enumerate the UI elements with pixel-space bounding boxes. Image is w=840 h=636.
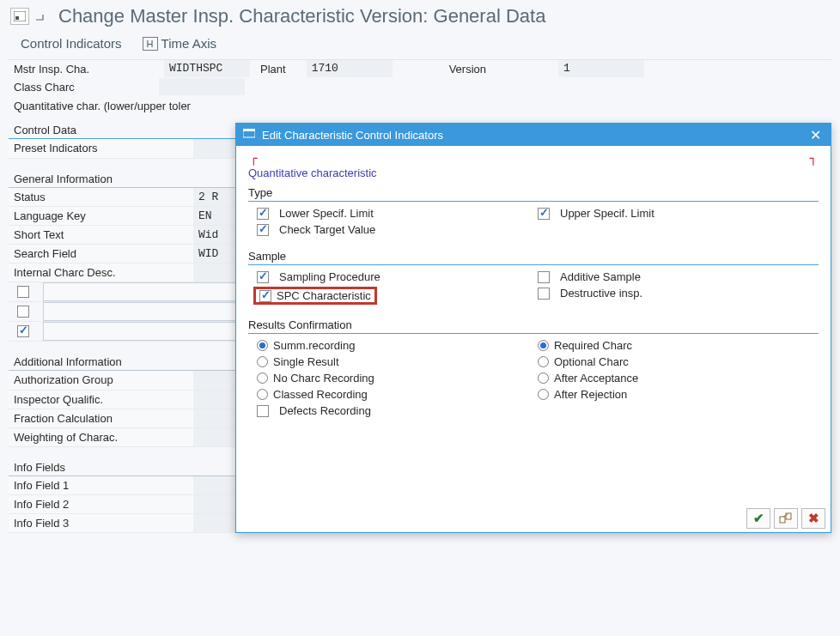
app-icon[interactable] bbox=[10, 8, 29, 25]
plant-label: Plant bbox=[255, 63, 301, 76]
corner-marker-tl: ┌ bbox=[250, 151, 257, 165]
upper-spec-limit-check[interactable] bbox=[538, 208, 550, 220]
dialog-body: ┌ ┐ Quantitative characteristic Type Low… bbox=[236, 146, 831, 505]
info-field-2-label: Info Field 2 bbox=[9, 495, 193, 514]
classed-recording-radio[interactable] bbox=[257, 389, 268, 400]
spc-characteristic-label: SPC Characteristic bbox=[277, 289, 371, 302]
status-label: Status bbox=[9, 188, 193, 207]
additive-sample-label: Additive Sample bbox=[560, 270, 641, 283]
optional-charc-label: Optional Charc bbox=[554, 355, 629, 368]
summ-recording-label: Summ.recording bbox=[273, 339, 355, 352]
inspector-qualific-label: Inspector Qualific. bbox=[9, 390, 193, 409]
info-field-1-label: Info Field 1 bbox=[9, 476, 193, 495]
control-indicators-dialog: Edit Characteristic Control Indicators ✕… bbox=[235, 123, 831, 533]
dialog-footer: ✔ ✖ bbox=[236, 505, 831, 532]
destructive-insp-check[interactable] bbox=[538, 288, 550, 300]
quantitative-char-row: Quantitative char. (lower/upper toler bbox=[9, 96, 831, 115]
tab-time-axis[interactable]: H Time Axis bbox=[143, 36, 216, 51]
after-rejection-label: After Rejection bbox=[554, 388, 627, 401]
optional-charc-radio[interactable] bbox=[538, 356, 549, 367]
dialog-accept-button[interactable]: ✔ bbox=[746, 508, 770, 529]
quantitative-heading: Quantitative characteristic bbox=[248, 165, 819, 183]
required-charc-radio[interactable] bbox=[538, 340, 549, 351]
spc-characteristic-highlight: SPC Characteristic bbox=[253, 287, 377, 305]
info-field-3-label: Info Field 3 bbox=[9, 514, 193, 533]
svg-rect-4 bbox=[780, 517, 785, 523]
fraction-calc-label: Fraction Calculation bbox=[9, 409, 193, 427]
sample-group-head: Sample bbox=[248, 248, 819, 265]
destructive-insp-label: Destructive insp. bbox=[560, 287, 642, 300]
svg-rect-5 bbox=[786, 513, 791, 519]
quantitative-data-check[interactable] bbox=[17, 325, 29, 337]
classed-recording-label: Classed Recording bbox=[273, 388, 368, 401]
svg-rect-3 bbox=[243, 129, 255, 131]
lower-spec-limit-label: Lower Specif. Limit bbox=[279, 207, 374, 220]
no-charc-recording-label: No Charc Recording bbox=[273, 372, 374, 385]
class-charc-value[interactable] bbox=[159, 78, 245, 95]
summ-recording-radio[interactable] bbox=[257, 340, 268, 351]
toolbar: Control Indicators H Time Axis bbox=[0, 31, 840, 59]
page-title: Change Master Insp. Characteristic Versi… bbox=[58, 5, 545, 27]
version-value[interactable]: 1 bbox=[558, 60, 644, 77]
defects-recording-check[interactable] bbox=[257, 405, 269, 417]
preset-indicators-label: Preset Indicators bbox=[9, 139, 193, 158]
type-group-head: Type bbox=[248, 185, 819, 202]
version-label: Version bbox=[398, 63, 502, 76]
language-key-label: Language Key bbox=[9, 207, 193, 226]
class-charc-row: Class Charc bbox=[9, 77, 831, 96]
defects-recording-label: Defects Recording bbox=[279, 404, 371, 417]
weighting-label: Weighting of Charac. bbox=[9, 427, 193, 446]
cancel-icon: ✖ bbox=[808, 511, 819, 526]
propose-icon bbox=[779, 512, 793, 526]
svg-rect-1 bbox=[15, 16, 19, 20]
corner-marker-tr: ┐ bbox=[810, 151, 817, 165]
results-group-head: Results Confirmation bbox=[248, 317, 819, 334]
sampling-procedure-label: Sampling Procedure bbox=[279, 270, 380, 283]
dialog-cancel-button[interactable]: ✖ bbox=[801, 508, 825, 529]
time-axis-icon: H bbox=[143, 37, 158, 51]
spc-characteristic-check[interactable] bbox=[259, 290, 271, 302]
search-field-label: Search Field bbox=[9, 245, 193, 263]
check-icon: ✔ bbox=[753, 511, 764, 526]
dialog-title: Edit Characteristic Control Indicators bbox=[262, 129, 443, 142]
auth-group-label: Authorization Group bbox=[9, 371, 193, 390]
after-rejection-radio[interactable] bbox=[538, 389, 549, 400]
short-text-label: Short Text bbox=[9, 226, 193, 245]
upper-spec-limit-label: Upper Specif. Limit bbox=[560, 207, 654, 220]
dropdown-icon[interactable] bbox=[36, 11, 46, 21]
no-charc-recording-radio[interactable] bbox=[257, 373, 268, 384]
sample-drawing-check[interactable] bbox=[17, 306, 29, 318]
plant-value[interactable]: 1710 bbox=[307, 60, 393, 77]
additive-sample-check[interactable] bbox=[538, 271, 550, 283]
dialog-close-button[interactable]: ✕ bbox=[807, 127, 824, 142]
lower-spec-limit-check[interactable] bbox=[257, 208, 269, 220]
internal-desc-label: Internal Charc Desc. bbox=[9, 263, 193, 282]
dialog-icon bbox=[243, 129, 257, 141]
dialog-propose-button[interactable] bbox=[774, 508, 798, 529]
check-target-value-label: Check Target Value bbox=[279, 223, 375, 236]
mstr-insp-cha-value[interactable]: WIDTHSPC bbox=[164, 60, 250, 77]
after-acceptance-label: After Acceptance bbox=[554, 372, 638, 385]
header-fields: Mstr Insp. Cha. WIDTHSPC Plant 1710 Vers… bbox=[9, 59, 831, 77]
required-charc-label: Required Charc bbox=[554, 339, 632, 352]
quantitative-char-label: Quantitative char. (lower/upper toler bbox=[9, 98, 196, 114]
other-languages-check[interactable] bbox=[17, 286, 29, 298]
check-target-value-check[interactable] bbox=[257, 224, 269, 236]
single-result-label: Single Result bbox=[273, 355, 339, 368]
page-header: Change Master Insp. Characteristic Versi… bbox=[0, 0, 840, 31]
tab-control-indicators[interactable]: Control Indicators bbox=[21, 36, 122, 51]
sampling-procedure-check[interactable] bbox=[257, 271, 269, 283]
single-result-radio[interactable] bbox=[257, 356, 268, 367]
class-charc-label: Class Charc bbox=[9, 79, 159, 95]
mstr-insp-cha-label: Mstr Insp. Cha. bbox=[9, 61, 159, 77]
dialog-titlebar[interactable]: Edit Characteristic Control Indicators ✕ bbox=[236, 124, 831, 146]
after-acceptance-radio[interactable] bbox=[538, 373, 549, 384]
